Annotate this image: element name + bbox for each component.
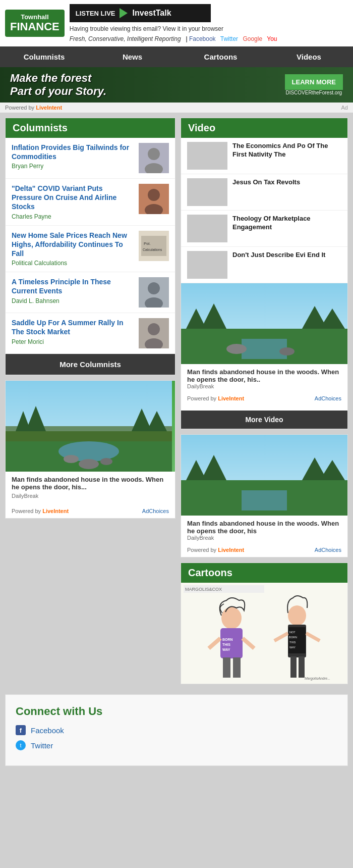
article-title[interactable]: "Delta" COVID Variant Puts Pressure On C… <box>12 184 134 212</box>
video-caption-title[interactable]: Man finds abandoned house in the woods. … <box>187 368 341 383</box>
article-title[interactable]: Inflation Provides Big Tailwinds for Com… <box>12 143 134 161</box>
liveintent-brand[interactable]: LiveIntent <box>36 105 62 111</box>
adchoices-link[interactable]: AdChoices <box>142 508 169 514</box>
article-text: New Home Sale Prices Reach New Highs, Af… <box>12 231 134 267</box>
svg-point-50 <box>221 607 242 629</box>
video-title[interactable]: Don't Just Describe Evi End It <box>232 251 325 260</box>
article-item: "Delta" COVID Variant Puts Pressure On C… <box>6 179 175 226</box>
article-title[interactable]: New Home Sale Prices Reach New Highs, Af… <box>12 231 134 259</box>
article-author: Bryan Perry <box>12 163 134 170</box>
article-thumbnail <box>139 318 169 348</box>
more-video-caption-title[interactable]: Man finds abandoned house in the woods. … <box>187 520 341 535</box>
svg-text:WAY: WAY <box>289 646 296 649</box>
article-text: "Delta" COVID Variant Puts Pressure On C… <box>12 184 134 220</box>
video-thumb <box>187 178 227 206</box>
article-title[interactable]: A Timeless Principle In These Current Ev… <box>12 277 134 295</box>
article-item: A Timeless Principle In These Current Ev… <box>6 272 175 313</box>
svg-rect-27 <box>187 142 227 170</box>
svg-point-24 <box>64 455 79 463</box>
site-logo[interactable]: Townhall FINANCE <box>5 10 65 37</box>
article-item: New Home Sale Prices Reach New Highs, Af… <box>6 226 175 273</box>
svg-point-11 <box>148 282 160 294</box>
svg-point-1 <box>148 148 160 160</box>
you-link[interactable]: You <box>267 35 277 42</box>
ad-caption-title[interactable]: Man finds abandoned house in the woods. … <box>12 476 169 491</box>
more-video-button[interactable]: More Video <box>181 411 347 429</box>
article-author: David L. Bahnsen <box>12 297 134 304</box>
learn-more-button[interactable]: LEARN MORE <box>285 74 343 90</box>
article-text: A Timeless Principle In These Current Ev… <box>12 277 134 304</box>
play-icon[interactable] <box>120 8 128 18</box>
video-title[interactable]: Jesus On Tax Revolts <box>232 178 300 187</box>
header-right: LISTEN LIVE InvestTalk Having trouble vi… <box>70 4 348 42</box>
logo-townhall: Townhall <box>10 14 60 21</box>
svg-text:Pol.: Pol. <box>144 241 151 246</box>
ad-liveintent[interactable]: LiveIntent <box>42 508 69 514</box>
banner-text: Make the forest Part of your Story. <box>10 72 106 98</box>
video-thumb <box>187 251 227 279</box>
main-content: Columnists Inflation Provides Big Tailwi… <box>0 113 353 689</box>
right-column: Video The Economics And Po Of The First … <box>181 118 348 684</box>
svg-rect-63 <box>290 656 297 678</box>
more-video-powered-row: Powered by LiveIntent AdChoices <box>181 545 347 557</box>
more-video-adchoices[interactable]: AdChoices <box>315 547 341 553</box>
svg-rect-46 <box>242 490 287 510</box>
nav-cartoons[interactable]: Cartoons <box>177 46 265 67</box>
nav-columnists[interactable]: Columnists <box>0 46 88 67</box>
svg-text:MARGOLIS&COX: MARGOLIS&COX <box>185 587 222 592</box>
facebook-link[interactable]: Facebook <box>31 726 64 735</box>
svg-text:THIS: THIS <box>222 643 230 646</box>
svg-rect-54 <box>223 657 230 678</box>
video-liveintent[interactable]: LiveIntent <box>218 395 244 401</box>
more-video-caption: Man finds abandoned house in the woods. … <box>181 516 347 545</box>
twitter-link[interactable]: Twitter <box>220 35 238 42</box>
facebook-link[interactable]: Facebook <box>189 35 216 42</box>
video-title[interactable]: The Economics And Po Of The First Nativi… <box>232 142 341 159</box>
svg-text:Calculations: Calculations <box>143 248 162 251</box>
investtalk-label: InvestTalk <box>133 9 171 18</box>
facebook-icon: f <box>16 725 26 735</box>
video-adchoices[interactable]: AdChoices <box>315 395 341 401</box>
svg-point-26 <box>79 459 99 469</box>
article-text: Inflation Provides Big Tailwinds for Com… <box>12 143 134 170</box>
video-list-item: The Economics And Po Of The First Nativi… <box>181 138 347 174</box>
video-caption: Man finds abandoned house in the woods. … <box>181 364 347 393</box>
more-video-liveintent[interactable]: LiveIntent <box>218 547 244 553</box>
ad-label: Ad <box>341 105 348 111</box>
video-list-item: Jesus On Tax Revolts <box>181 174 347 211</box>
video-source: DailyBreak <box>187 383 341 389</box>
nav-news[interactable]: News <box>88 46 177 67</box>
twitter-link[interactable]: Twitter <box>31 741 53 750</box>
video-title[interactable]: Theology Of Marketplace Engagement <box>232 215 341 232</box>
svg-point-14 <box>148 323 160 335</box>
article-thumbnail <box>139 184 169 214</box>
forest-banner: Make the forest Part of your Story. LEAR… <box>0 67 353 103</box>
banner-cta-area: LEARN MORE DISCOVERtheForest.org <box>285 74 343 95</box>
ad-source: DailyBreak <box>12 493 169 499</box>
svg-text:THIS: THIS <box>289 641 296 644</box>
svg-rect-47 <box>181 583 347 684</box>
article-item: Saddle Up For A Summer Rally In The Stoc… <box>6 313 175 354</box>
video-featured-image <box>181 283 347 364</box>
cartoons-header: Cartoons <box>181 563 347 583</box>
svg-rect-64 <box>299 656 305 678</box>
svg-text:WAY: WAY <box>222 648 230 651</box>
svg-text:BORN: BORN <box>289 636 297 639</box>
svg-text:BORN: BORN <box>222 638 233 641</box>
google-link[interactable]: Google <box>243 35 262 42</box>
article-thumbnail <box>139 143 169 173</box>
tagline: Fresh, Conservative, Intelligent Reporti… <box>70 35 181 42</box>
svg-rect-29 <box>187 215 227 242</box>
svg-rect-37 <box>242 339 287 359</box>
columnists-box: Columnists Inflation Provides Big Tailwi… <box>5 118 175 375</box>
more-columnists-button[interactable]: More Columnists <box>6 354 175 375</box>
article-title[interactable]: Saddle Up For A Summer Rally In The Stoc… <box>12 318 134 336</box>
svg-point-39 <box>279 347 295 355</box>
twitter-icon: t <box>16 740 26 750</box>
listen-live-bar[interactable]: LISTEN LIVE InvestTalk <box>70 4 211 22</box>
nav-videos[interactable]: Videos <box>265 46 353 67</box>
video-thumb <box>187 215 227 242</box>
more-video-source: DailyBreak <box>187 535 341 541</box>
svg-rect-28 <box>187 178 227 206</box>
more-video-image <box>181 435 347 516</box>
